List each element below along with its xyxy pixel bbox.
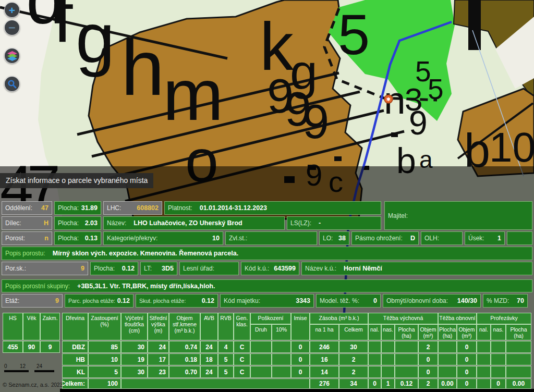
col-drevina: Dřevina xyxy=(62,313,88,340)
field-value: 0.12 xyxy=(202,297,214,304)
etaz-cell: Etáž:9 xyxy=(2,294,63,308)
bottom-strip xyxy=(60,389,534,392)
col-rvb: RVB xyxy=(218,313,234,340)
obmyti-obnovni-doba-cell: Obmýtí/obnovní doba:140/30 xyxy=(383,294,481,308)
col-10: 10% xyxy=(272,324,291,340)
plocha-cell: Plocha:31.89 xyxy=(54,201,101,215)
map-label: g xyxy=(76,0,115,78)
field-label: Zvl.st.: xyxy=(229,235,247,242)
table-row-cell: 24 xyxy=(200,341,218,353)
field-value: H xyxy=(44,219,48,227)
layers-button[interactable] xyxy=(4,48,20,64)
totals-cell: 2 xyxy=(418,378,438,389)
porost-cell: Porost:n xyxy=(2,231,52,245)
skut-plocha-etaze-cell: Skut. plocha etáže:0.12 xyxy=(136,294,218,308)
col-plocha-ha: Plocha(ha) xyxy=(506,324,531,340)
kod-k-u-cell: Kód k.ú.:643599 xyxy=(241,262,299,275)
field-label: Plocha: xyxy=(58,219,79,227)
plocha-cell: Plocha:2.03 xyxy=(54,216,101,230)
table-row-cell xyxy=(395,366,418,378)
table-row-cell: 2 xyxy=(418,341,438,353)
field-label: Kód majetku: xyxy=(224,297,260,304)
table-row-cell xyxy=(506,353,531,365)
table-row-cell: C xyxy=(234,341,250,353)
oddeleni-cell: Oddělení:47 xyxy=(2,201,52,215)
info-row-dilec: Dílec:HPlocha:2.03Název:LHO Luhačovice, … xyxy=(0,216,534,230)
map-label: h xyxy=(121,24,164,112)
col-celkem: Celkem xyxy=(339,324,368,340)
field-value: 10 xyxy=(212,235,220,242)
totals-cell: 0.00 xyxy=(438,378,457,389)
col-hs: HS xyxy=(3,313,23,340)
forestry-map-app: dfghmko5g999n3559ba9cb1047 ✱ 0 12 24 © S… xyxy=(0,0,534,392)
popis-porostni-skupiny-cell: Popis porostní skupiny:+3B5,3L1. Vtr. TR… xyxy=(2,279,532,292)
field-value: D xyxy=(410,235,415,242)
table-row-cell: C xyxy=(234,366,250,378)
nazev-k-u-cell: Název k.ú.:Horní Němčí xyxy=(301,262,532,275)
col-nal: nal. xyxy=(368,324,381,340)
field-label: Pásmo ohrožení: xyxy=(355,235,403,242)
plocha-cell: Plocha:0.12 xyxy=(90,262,138,275)
table-row-cell: 0 xyxy=(457,353,477,365)
field-value: 3D5 xyxy=(162,265,174,272)
table-row-cell: 23 xyxy=(148,366,169,378)
col-nas: nas. xyxy=(381,324,395,340)
col-gen-klas: Gen.klas. xyxy=(234,313,250,340)
stand-hs-value: 455 xyxy=(3,341,23,353)
col-druh: Druh xyxy=(250,324,272,340)
field-value: LHO Luhačovice, ZO Uherský Brod xyxy=(134,219,242,227)
table-row-cell xyxy=(272,353,291,365)
info-row-porost: Porost:nPlocha:0.13Kategorie/překryv:10Z… xyxy=(0,231,534,245)
table-row-cell: 0 xyxy=(291,366,310,378)
colgroup-poskozeni: Poškození xyxy=(250,313,291,324)
totals-cell xyxy=(477,378,491,389)
col-objem-str-kmene-m-b-k: Objemstř.kmene(m³ b.k.) xyxy=(169,313,200,340)
lt-cell: LT:3D5 xyxy=(140,262,177,275)
table-row-cell: 0 xyxy=(418,353,438,365)
totals-cell: 0 xyxy=(491,378,506,389)
table-row-cell xyxy=(368,353,381,365)
field-label: Parc. plocha etáže: xyxy=(68,298,115,304)
info-row-oddeleni: Oddělení:47Plocha:31.89LHC:608802Platnos… xyxy=(0,201,534,215)
field-label: Úsek: xyxy=(468,235,484,242)
field-label: Por.sk.: xyxy=(5,265,26,272)
platnost-cell: Platnost:01.01.2014-31.12.2023 xyxy=(164,201,381,215)
search-button[interactable] xyxy=(4,76,20,92)
zoom-in-button[interactable]: + xyxy=(4,2,20,18)
field-label: Skut. plocha etáže: xyxy=(139,298,186,304)
field-value: 140/30 xyxy=(457,297,477,304)
por-sk-cell: Por.sk.:9 xyxy=(2,262,88,275)
col-stredni-vyska-m: Střednívýška(m) xyxy=(148,313,169,340)
olh-cell: OLH: xyxy=(421,231,463,245)
field-value: 9 xyxy=(81,265,84,272)
table-row-cell: 5 xyxy=(218,366,234,378)
table-row-cell: 85 xyxy=(88,341,121,353)
map-label: 9 xyxy=(409,104,428,142)
model-tez-cell: Model. těž. %:0 xyxy=(316,294,381,308)
zoom-out-button[interactable]: − xyxy=(4,20,20,35)
table-row-cell: HB xyxy=(62,353,88,365)
map-label: 5 xyxy=(338,2,370,66)
field-value: n xyxy=(44,235,48,242)
table-row-cell: 0.74 xyxy=(169,341,200,353)
field-value: 31.89 xyxy=(81,204,98,212)
table-row-cell: 18 xyxy=(200,353,218,365)
colgroup-tezba-obnovni: Těžba obnovní xyxy=(438,313,477,324)
totals-cell: 0 xyxy=(368,378,381,389)
table-row-cell: C xyxy=(234,353,250,365)
table-row-cell: 246 xyxy=(310,341,339,353)
field-label: Kód k.ú.: xyxy=(245,265,269,272)
col-plocha-ha: Plocha(ha) xyxy=(395,324,418,340)
table-row-cell xyxy=(477,366,491,378)
field-value: - xyxy=(319,219,321,227)
table-row-cell xyxy=(272,366,291,378)
popis-porostu-cell: Popis porostu:Mírný sklon vých. expozice… xyxy=(2,247,532,260)
table-row-cell xyxy=(438,353,457,365)
table-row-cell xyxy=(368,341,381,353)
table-row-cell: DBZ xyxy=(62,341,88,353)
table-row-cell xyxy=(250,366,272,378)
table-row-cell xyxy=(438,341,457,353)
field-value: 1 xyxy=(497,235,501,242)
col-objem-m: Objem(m³) xyxy=(457,324,477,340)
field-label: OLH: xyxy=(424,235,439,242)
